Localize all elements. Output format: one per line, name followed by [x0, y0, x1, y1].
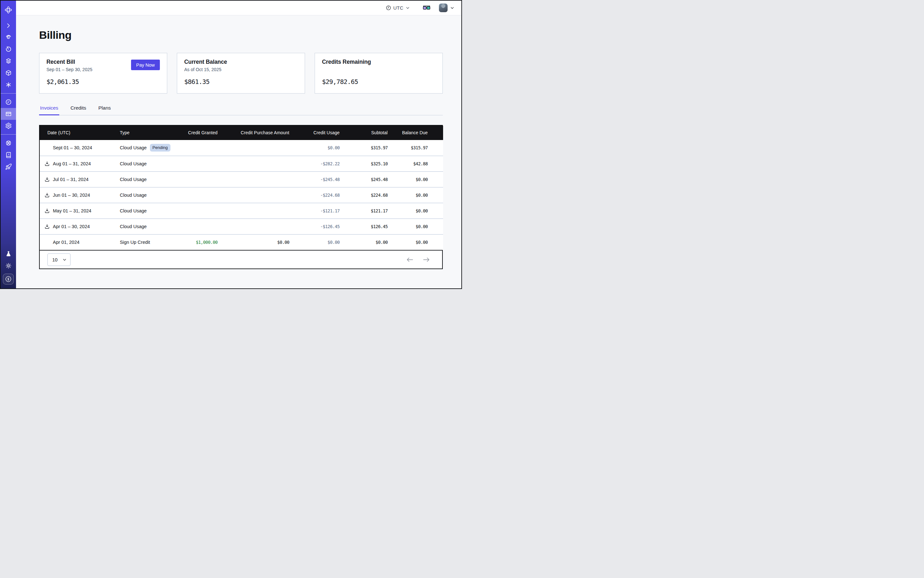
invoice-type: Cloud Usage	[120, 224, 147, 229]
billing-tabs: Invoices Credits Plans	[39, 105, 443, 115]
sidebar-item-vision[interactable]	[1, 31, 16, 43]
orbit-logo-icon[interactable]	[1, 4, 16, 16]
credit-usage-value: -$282.22	[289, 156, 339, 171]
sidebar-item-billing[interactable]	[1, 108, 16, 120]
credit-usage-value: -$224.68	[289, 187, 339, 203]
credit-purchase-value	[218, 187, 289, 203]
current-balance-amount: $861.35	[184, 78, 298, 86]
sidebar-item-history[interactable]	[1, 43, 16, 55]
balance-due-value: $0.00	[388, 219, 443, 234]
subtotal-value: $224.68	[339, 187, 388, 203]
chevron-down-icon	[62, 258, 67, 262]
table-row: Jul 01 – 31, 2024 Cloud Usage -$245.48 $…	[40, 171, 443, 187]
subtotal-value: $126.45	[339, 219, 388, 234]
card-title: Credits Remaining	[322, 58, 435, 65]
download-invoice-button[interactable]	[44, 208, 50, 214]
sidebar-item-labs[interactable]	[1, 248, 16, 260]
asterisk-icon	[5, 81, 12, 88]
layers-icon	[5, 58, 12, 64]
sidebar-item-usage[interactable]	[1, 96, 16, 108]
cube-icon	[5, 70, 12, 76]
dollar-badge-icon	[5, 276, 11, 282]
arrow-left-icon	[406, 257, 414, 262]
sidebar-item-credits-rewards[interactable]	[3, 274, 14, 284]
view-mode-button[interactable]	[422, 5, 430, 11]
credit-purchase-value	[218, 140, 289, 156]
credit-card-icon	[5, 110, 12, 117]
recent-bill-card: Recent Bill Sep 01 – Sep 30, 2025 Pay No…	[39, 53, 167, 94]
download-icon	[44, 208, 50, 214]
sidebar-item-packages[interactable]	[1, 67, 16, 79]
table-row: May 01 – 31, 2024 Cloud Usage -$121.17 $…	[40, 203, 443, 219]
invoice-date: Apr 01 – 30, 2024	[53, 224, 90, 229]
card-subtitle	[322, 67, 435, 73]
chevron-right-icon	[5, 23, 11, 29]
invoice-table-body: Sept 01 – 30, 2024 Cloud UsagePending $0…	[40, 140, 443, 250]
invoice-date: Jun 01 – 30, 2024	[53, 193, 90, 198]
credit-granted-value	[181, 156, 218, 171]
credit-purchase-value	[218, 219, 289, 234]
table-row: Apr 01 – 30, 2024 Cloud Usage -$126.45 $…	[40, 219, 443, 234]
download-invoice-button[interactable]	[44, 192, 50, 198]
account-menu[interactable]	[439, 3, 454, 12]
recent-bill-amount: $2,061.35	[47, 78, 160, 86]
download-invoice-button[interactable]	[44, 177, 50, 182]
book-sparkle-icon	[5, 151, 12, 158]
topbar: UTC	[16, 1, 461, 15]
sidebar-item-support[interactable]	[1, 137, 16, 149]
credit-granted-value	[181, 140, 218, 156]
page-size-select[interactable]: 10	[47, 253, 70, 266]
tab-credits[interactable]: Credits	[70, 105, 87, 115]
avatar	[439, 3, 448, 12]
sidebar-item-theme-toggle[interactable]	[1, 260, 16, 272]
card-title: Current Balance	[184, 58, 298, 65]
3d-glasses-icon	[422, 5, 430, 11]
card-title: Recent Bill	[47, 58, 92, 65]
balance-due-value: $0.00	[388, 234, 443, 250]
invoice-date: Sept 01 – 30, 2024	[53, 145, 92, 150]
credit-usage-value: -$121.17	[289, 203, 339, 219]
credit-usage-value: -$126.45	[289, 219, 339, 234]
sidebar-item-settings[interactable]	[1, 120, 16, 132]
sidebar-item-getting-started[interactable]	[1, 161, 16, 173]
rocket-icon	[5, 163, 12, 170]
arrow-right-icon	[422, 257, 430, 262]
table-footer: 10	[40, 250, 442, 268]
sun-icon	[5, 262, 12, 269]
download-invoice-button[interactable]	[44, 161, 50, 167]
sidebar-item-layers[interactable]	[1, 55, 16, 67]
balance-due-value: $0.00	[388, 187, 443, 203]
previous-page-button[interactable]	[406, 257, 414, 262]
clock-icon	[386, 5, 391, 11]
next-page-button[interactable]	[422, 257, 430, 262]
chevron-down-icon	[406, 6, 410, 10]
subtotal-value: $0.00	[339, 234, 388, 250]
download-invoice-button[interactable]	[44, 224, 50, 229]
credit-purchase-value	[218, 156, 289, 171]
helm-icon	[5, 140, 12, 146]
credit-granted-value	[181, 171, 218, 187]
credit-granted-value: $1,000.00	[181, 234, 218, 250]
subtotal-value: $325.10	[339, 156, 388, 171]
invoice-type: Cloud Usage	[120, 208, 147, 213]
sidebar-item-services[interactable]	[1, 79, 16, 91]
credit-purchase-value	[218, 171, 289, 187]
download-icon	[44, 177, 50, 182]
invoice-date: May 01 – 31, 2024	[53, 208, 91, 213]
subtotal-value: $315.97	[339, 140, 388, 156]
sidebar-item-docs[interactable]	[1, 149, 16, 161]
subtotal-value: $245.48	[339, 171, 388, 187]
flask-icon	[5, 250, 12, 257]
card-subtitle: Sep 01 – Sep 30, 2025	[47, 67, 92, 73]
invoice-type: Cloud Usage	[120, 161, 147, 166]
timezone-selector[interactable]: UTC	[386, 5, 410, 11]
credit-granted-value	[181, 187, 218, 203]
pay-now-button[interactable]: Pay Now	[131, 60, 160, 70]
page-size-value: 10	[52, 257, 58, 262]
table-row: Jun 01 – 30, 2024 Cloud Usage -$224.68 $…	[40, 187, 443, 203]
tab-plans[interactable]: Plans	[97, 105, 112, 115]
sidebar-collapse-button[interactable]	[1, 19, 16, 31]
tab-invoices[interactable]: Invoices	[39, 105, 59, 115]
download-icon	[44, 161, 50, 167]
credit-usage-value: $0.00	[289, 140, 339, 156]
